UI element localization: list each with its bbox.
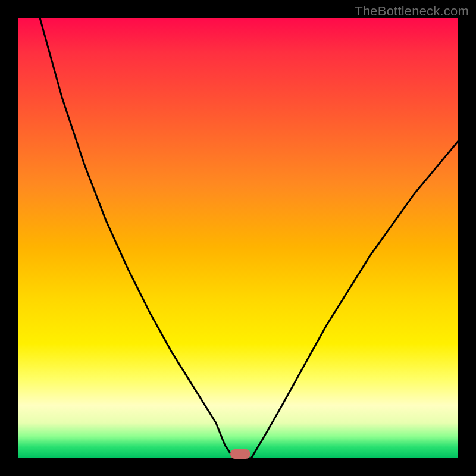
watermark-text: TheBottleneck.com xyxy=(355,4,469,19)
chart-frame: TheBottleneck.com xyxy=(0,0,476,476)
bottleneck-curve xyxy=(18,18,458,458)
plot-area xyxy=(18,18,458,458)
optimum-marker xyxy=(230,449,250,459)
